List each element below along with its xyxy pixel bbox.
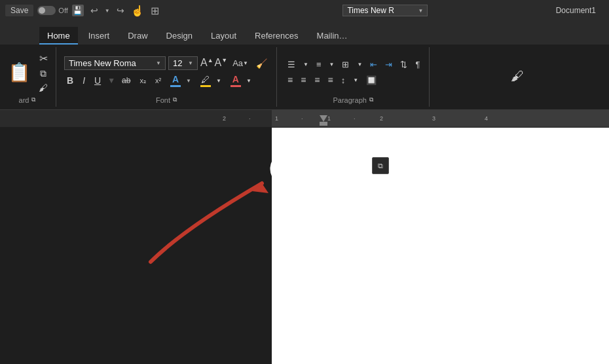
- paste-button[interactable]: 📋: [5, 62, 33, 83]
- ruler-num-1b: 1: [327, 115, 331, 122]
- superscript-button[interactable]: x²: [153, 75, 164, 86]
- styles-paint-button[interactable]: 🖌: [508, 67, 526, 85]
- tab-home[interactable]: Home: [39, 27, 78, 45]
- highlight-button[interactable]: 🖊: [198, 73, 213, 88]
- doc-left-margin: [0, 128, 272, 364]
- tab-insert[interactable]: Insert: [81, 27, 118, 45]
- shading-button[interactable]: 🔲: [363, 74, 379, 86]
- more-button[interactable]: ⊞: [148, 3, 162, 18]
- divider1: ▼: [107, 76, 115, 85]
- numbering-dropdown[interactable]: ▼: [327, 60, 337, 69]
- tab-layout[interactable]: Layout: [203, 27, 244, 45]
- subscript-button[interactable]: x₂: [137, 75, 149, 86]
- title-bar-left: Save Off 💾 ↩ ▼ ↪ ☝ ⊞: [5, 3, 162, 18]
- highlight-bar: [200, 85, 211, 87]
- text-color-button[interactable]: A: [168, 73, 183, 88]
- ribbon-tabs: Home Insert Draw Design Layout Reference…: [0, 21, 609, 45]
- font-dropdown-arrow: ▼: [418, 8, 423, 14]
- autosave-pill[interactable]: [37, 6, 56, 15]
- styles-section: 🖌: [431, 47, 604, 107]
- title-font-selector[interactable]: Times New R ▼: [342, 5, 428, 16]
- ruler-num-0: 1: [275, 115, 278, 122]
- line-spacing-dropdown[interactable]: ▼: [350, 76, 361, 84]
- sort-button[interactable]: ⇅: [397, 58, 410, 71]
- tab-design[interactable]: Design: [158, 27, 200, 45]
- save-button[interactable]: Save: [5, 5, 33, 16]
- title-bar: Save Off 💾 ↩ ▼ ↪ ☝ ⊞ Times New R ▼ Docum…: [0, 0, 609, 21]
- align-center-button[interactable]: ≡: [298, 73, 309, 86]
- bullets-button[interactable]: ☰: [285, 58, 298, 71]
- paragraph-expand-button[interactable]: ⧉: [368, 96, 375, 104]
- bold-button[interactable]: B: [64, 74, 76, 87]
- clipboard-label: ard: [19, 96, 29, 104]
- highlight-group: 🖊 ▼: [198, 73, 224, 88]
- autosave-toggle: Off: [37, 6, 67, 15]
- font-shrink-button[interactable]: A▼: [215, 57, 228, 69]
- tab-references[interactable]: References: [247, 27, 306, 45]
- font-row2: B I U ▼ ab x₂ x² A ▼ 🖊: [64, 73, 270, 88]
- align-right-button[interactable]: ≡: [312, 73, 322, 86]
- font-section: Times New Roma ▼ 12 ▼ A▲ A▼ Aa▼ 🧹 B I U: [58, 47, 277, 107]
- clipboard-section: 📋 ✂ ⧉ 🖌 ard ⧉: [5, 47, 56, 107]
- font-expand-button[interactable]: ⧉: [172, 96, 178, 104]
- increase-indent-button[interactable]: ⇥: [382, 58, 395, 71]
- decrease-indent-button[interactable]: ⇤: [367, 58, 380, 71]
- text-color-dropdown[interactable]: ▼: [183, 77, 194, 85]
- undo-dropdown[interactable]: ▼: [102, 3, 113, 18]
- show-marks-button[interactable]: ¶: [413, 58, 422, 71]
- multilevel-dropdown[interactable]: ▼: [354, 60, 365, 69]
- justify-button[interactable]: ≡: [325, 73, 336, 86]
- font-name-selector[interactable]: Times New Roma ▼: [64, 56, 166, 70]
- font-color-bar: [231, 85, 241, 87]
- ribbon: 📋 ✂ ⧉ 🖌 ard ⧉ Times New Roma ▼ 12 ▼: [0, 45, 609, 110]
- document-area: [0, 128, 609, 364]
- para-row1: ☰ ▼ ≡ ▼ ⊞ ▼ ⇤ ⇥ ⇅ ¶: [285, 58, 422, 71]
- tab-mailings[interactable]: Mailin…: [309, 27, 356, 45]
- line-spacing-button[interactable]: ↕: [339, 74, 348, 86]
- multilevel-button[interactable]: ⊞: [339, 58, 352, 71]
- copy-button[interactable]: ⧉: [36, 67, 50, 81]
- clear-formatting-button[interactable]: 🧹: [253, 57, 270, 70]
- touch-button[interactable]: ☝: [128, 3, 147, 18]
- ruler-num-neg1: ·: [249, 115, 251, 122]
- ruler-num-4: 4: [485, 115, 488, 122]
- doc-page[interactable]: [272, 128, 609, 364]
- font-grow-button[interactable]: A▲: [200, 57, 213, 69]
- cut-button[interactable]: ✂: [36, 51, 50, 66]
- underline-button[interactable]: U: [92, 74, 103, 87]
- save-icon[interactable]: 💾: [72, 5, 84, 16]
- highlight-dropdown[interactable]: ▼: [213, 77, 224, 85]
- ruler-num-neg2: 2: [223, 115, 226, 122]
- font-size-arrow: ▼: [188, 60, 193, 66]
- font-size-arrows: A▲ A▼: [200, 57, 227, 69]
- bullets-dropdown[interactable]: ▼: [301, 60, 311, 69]
- clipboard-expand-button[interactable]: ⧉: [30, 96, 37, 104]
- paragraph-label: Paragraph: [333, 96, 367, 104]
- document-title: Document1: [556, 6, 596, 15]
- redo-button[interactable]: ↪: [114, 3, 127, 18]
- undo-button[interactable]: ↩: [88, 3, 101, 18]
- italic-button[interactable]: I: [80, 74, 88, 87]
- strikethrough-button[interactable]: ab: [119, 75, 133, 86]
- font-row1: Times New Roma ▼ 12 ▼ A▲ A▼ Aa▼ 🧹: [64, 56, 270, 70]
- indent-marker-bottom[interactable]: [320, 122, 327, 126]
- font-dialog-launcher[interactable]: ⧉: [372, 157, 389, 174]
- undo-redo-group: ↩ ▼ ↪ ☝ ⊞: [88, 3, 162, 18]
- paragraph-section: ☰ ▼ ≡ ▼ ⊞ ▼ ⇤ ⇥ ⇅ ¶ ≡ ≡ ≡ ≡ ↕ ▼ 🔲: [278, 47, 430, 107]
- font-color-dropdown[interactable]: ▼: [244, 77, 254, 85]
- align-left-button[interactable]: ≡: [285, 73, 295, 86]
- font-color-button[interactable]: A: [228, 73, 244, 88]
- para-row2: ≡ ≡ ≡ ≡ ↕ ▼ 🔲: [285, 73, 422, 86]
- ruler-dark-area: [0, 110, 272, 127]
- font-color-group: A ▼: [228, 73, 254, 88]
- tab-draw[interactable]: Draw: [120, 27, 155, 45]
- numbering-button[interactable]: ≡: [314, 58, 324, 71]
- font-size-selector[interactable]: 12 ▼: [168, 56, 198, 70]
- ruler-num-1: ·: [301, 115, 303, 122]
- text-color-bar: [170, 85, 181, 87]
- ruler: 2 · 1 · 1 · 2 3 4: [0, 110, 609, 127]
- format-painter-button[interactable]: 🖌: [36, 81, 50, 94]
- clipboard-small-buttons: ✂ ⧉ 🖌: [36, 51, 50, 94]
- change-case-button[interactable]: Aa▼: [230, 57, 251, 69]
- font-section-label: Font: [156, 96, 170, 104]
